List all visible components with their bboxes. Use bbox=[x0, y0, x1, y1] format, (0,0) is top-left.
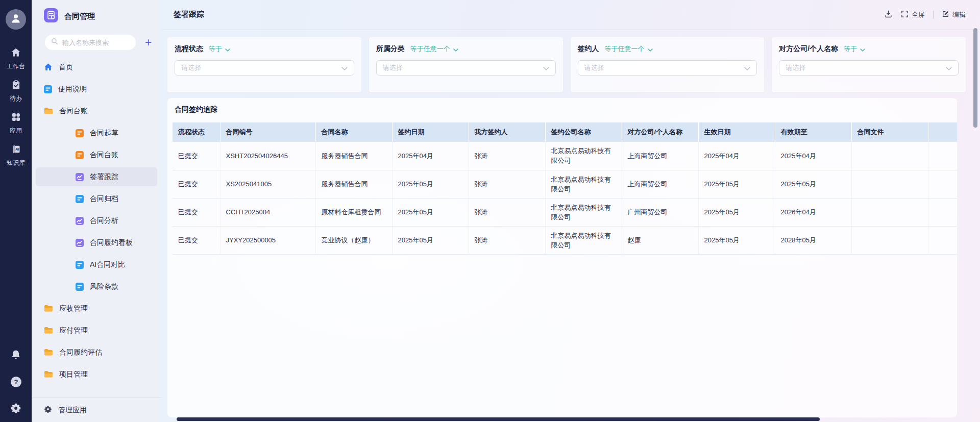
sidebar-item-应收管理[interactable]: 应收管理 bbox=[36, 299, 157, 318]
chevron-down-icon bbox=[946, 63, 952, 72]
toolbar-divider bbox=[933, 11, 934, 19]
table-row[interactable]: 已提交CCHT2025004原材料仓库租赁合同2025年05月张涛北京易点易动科… bbox=[173, 198, 957, 226]
sidebar-item-首页[interactable]: 首页 bbox=[36, 58, 157, 77]
user-avatar[interactable] bbox=[6, 9, 26, 30]
select-placeholder: 请选择 bbox=[383, 63, 403, 72]
sidebar-item-合同履约评估[interactable]: 合同履约评估 bbox=[36, 343, 157, 362]
sidebar: 合同管理 + 首页使用说明合同台账合同起草合同台账签署跟踪合同归档合同分析合同履… bbox=[32, 0, 161, 422]
rail-item-label: 待办 bbox=[10, 94, 22, 103]
sidebar-item-label: 首页 bbox=[59, 63, 73, 72]
select-placeholder: 请选择 bbox=[181, 63, 201, 72]
help-icon[interactable]: ? bbox=[10, 376, 22, 388]
rail-item-应用[interactable]: 应用 bbox=[10, 112, 22, 135]
table-cell bbox=[851, 226, 928, 254]
table-cell: 2025年05月 bbox=[392, 226, 469, 254]
table-row[interactable]: 已提交XSHT202504026445服务器销售合同2025年04月张涛北京易点… bbox=[173, 142, 957, 170]
table-row[interactable]: 已提交XS2025041005服务器销售合同2025年05月张涛北京易点易动科技… bbox=[173, 170, 957, 198]
sidebar-item-合同分析[interactable]: 合同分析 bbox=[36, 211, 157, 230]
table-cell: 2025年05月 bbox=[392, 170, 469, 198]
filter-select[interactable]: 请选择 bbox=[175, 60, 354, 76]
table-cell: 张涛 bbox=[469, 226, 545, 254]
filter-select[interactable]: 请选择 bbox=[779, 60, 959, 76]
filter-operator[interactable]: 等于任意一个 bbox=[410, 44, 458, 54]
doc-lightblue-icon bbox=[44, 85, 52, 93]
table-cell: 2028年05月 bbox=[775, 226, 851, 254]
search-input[interactable] bbox=[62, 39, 130, 46]
horizontal-scrollbar-thumb[interactable] bbox=[177, 417, 820, 421]
manage-apps-button[interactable]: 管理应用 bbox=[32, 398, 161, 422]
sidebar-item-签署跟踪[interactable]: 签署跟踪 bbox=[36, 167, 157, 186]
sidebar-item-合同起草[interactable]: 合同起草 bbox=[36, 123, 157, 142]
doc-lightblue-icon bbox=[76, 283, 84, 291]
contracts-table: 流程状态合同编号合同名称签约日期我方签约人签约公司名称对方公司/个人名称生效日期… bbox=[173, 122, 957, 255]
filter-operator-text: 等于任意一个 bbox=[605, 44, 645, 54]
sidebar-item-合同台账[interactable]: 合同台账 bbox=[36, 145, 157, 164]
filter-header: 所属分类等于任意一个 bbox=[376, 44, 556, 54]
column-header-合同名称: 合同名称 bbox=[315, 122, 392, 142]
rail-item-待办[interactable]: 待办 bbox=[10, 80, 22, 103]
edit-button[interactable]: 编辑 bbox=[942, 10, 966, 19]
filter-select[interactable]: 请选择 bbox=[376, 60, 556, 76]
sidebar-item-项目管理[interactable]: 项目管理 bbox=[36, 365, 157, 384]
column-header-流程状态: 流程状态 bbox=[173, 122, 220, 142]
sidebar-item-应付管理[interactable]: 应付管理 bbox=[36, 321, 157, 340]
table-cell: 2025年04月 bbox=[698, 142, 775, 170]
rail-item-工作台[interactable]: 工作台 bbox=[7, 47, 25, 71]
filter-label: 签约人 bbox=[578, 44, 599, 54]
filter-operator-text: 等于 bbox=[844, 44, 857, 54]
search-box[interactable] bbox=[45, 35, 136, 50]
gear-small-icon bbox=[44, 405, 52, 415]
gear-icon[interactable] bbox=[10, 403, 21, 414]
table-cell bbox=[851, 170, 928, 198]
topbar: 签署跟踪 全屏 编辑 bbox=[161, 0, 980, 30]
edit-label: 编辑 bbox=[952, 11, 966, 18]
folder-icon bbox=[44, 305, 53, 312]
sidebar-item-label: 合同归档 bbox=[90, 194, 118, 204]
sidebar-item-AI合同对比[interactable]: AI合同对比 bbox=[36, 255, 157, 274]
bell-icon[interactable] bbox=[10, 349, 22, 361]
table-cell: CCHT2025004 bbox=[220, 198, 315, 226]
sidebar-item-合同履约看板[interactable]: 合同履约看板 bbox=[36, 233, 157, 252]
table-cell bbox=[851, 142, 928, 170]
fullscreen-button[interactable]: 全屏 bbox=[901, 10, 925, 19]
filter-operator-text: 等于任意一个 bbox=[410, 44, 450, 54]
table-cell: 2026年04月 bbox=[775, 198, 851, 226]
table-cell bbox=[851, 198, 928, 226]
download-button[interactable] bbox=[884, 10, 893, 19]
column-header-签约公司名称: 签约公司名称 bbox=[545, 122, 622, 142]
filter-card-签约人: 签约人等于任意一个请选择 bbox=[571, 37, 765, 92]
sidebar-item-label: 合同台账 bbox=[90, 151, 118, 160]
sidebar-item-label: 使用说明 bbox=[58, 85, 87, 94]
table-row[interactable]: 已提交JYXY202500005竞业协议（赵廉）2025年05月张涛北京易点易动… bbox=[173, 226, 957, 254]
sidebar-item-使用说明[interactable]: 使用说明 bbox=[36, 80, 157, 98]
table-cell bbox=[928, 226, 957, 254]
table-cell: 2025年04月 bbox=[392, 142, 469, 170]
svg-text:AI: AI bbox=[15, 147, 19, 151]
doc-orange-icon bbox=[76, 129, 84, 137]
folder-open-icon bbox=[44, 107, 53, 115]
chevron-down-icon bbox=[453, 45, 458, 53]
fullscreen-icon bbox=[901, 10, 909, 19]
sidebar-item-合同台账[interactable]: 合同台账 bbox=[36, 102, 157, 120]
table-cell: 张涛 bbox=[469, 170, 545, 198]
vertical-scrollbar-thumb[interactable] bbox=[973, 28, 977, 128]
table-cell: 已提交 bbox=[173, 198, 220, 226]
sidebar-item-合同归档[interactable]: 合同归档 bbox=[36, 189, 157, 208]
sidebar-item-风险条款[interactable]: 风险条款 bbox=[36, 277, 157, 296]
filter-operator[interactable]: 等于 bbox=[209, 44, 230, 54]
sidebar-item-label: 签署跟踪 bbox=[90, 172, 118, 182]
table-cell bbox=[928, 170, 957, 198]
filter-card-流程状态: 流程状态等于请选择 bbox=[167, 37, 361, 92]
filter-label: 所属分类 bbox=[376, 44, 405, 54]
svg-text:?: ? bbox=[14, 378, 18, 386]
add-button[interactable]: + bbox=[145, 37, 152, 48]
rail-item-知识库[interactable]: AI知识库 bbox=[7, 144, 25, 167]
filter-header: 流程状态等于 bbox=[175, 44, 354, 54]
todo-icon bbox=[11, 80, 21, 92]
filter-header: 签约人等于任意一个 bbox=[578, 44, 757, 54]
rail-item-label: 应用 bbox=[10, 127, 22, 135]
filter-operator[interactable]: 等于 bbox=[844, 44, 865, 54]
filter-select[interactable]: 请选择 bbox=[578, 60, 757, 76]
table-cell: XSHT202504026445 bbox=[220, 142, 315, 170]
filter-operator[interactable]: 等于任意一个 bbox=[605, 44, 653, 54]
